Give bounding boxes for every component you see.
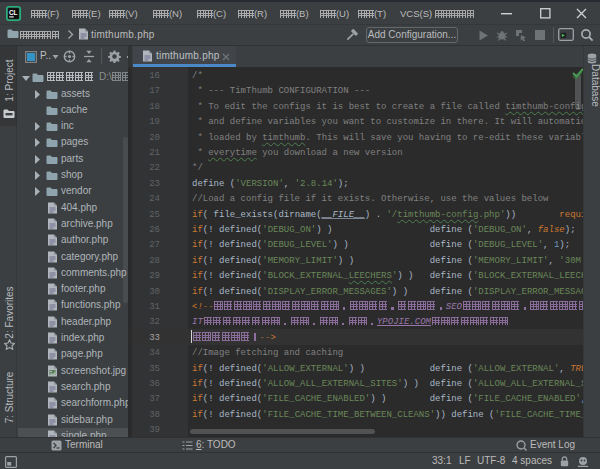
svg-text:CL: CL (9, 9, 18, 16)
